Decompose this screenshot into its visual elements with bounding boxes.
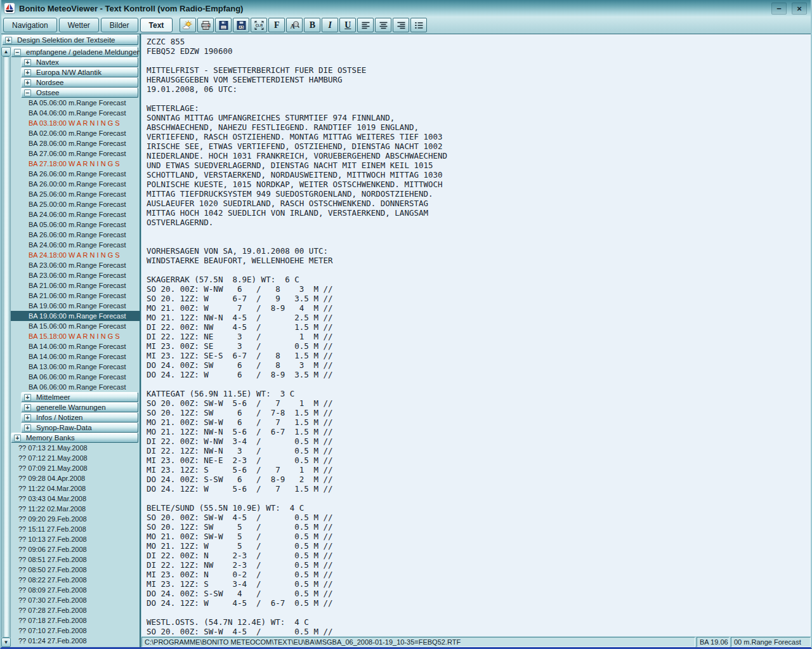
tree-item[interactable]: ?? 07:10 27.Feb.2008 [11,626,140,636]
tree-item[interactable]: BA 26.00:00 m.Range Forecast [11,179,140,189]
expander-icon[interactable]: − [24,89,31,96]
text-viewer[interactable]: ZCZC 855 FEBQ52 EDZW 190600 MITTELFRIST … [141,34,811,636]
tree-item[interactable]: ?? 09:28 04.Apr.2008 [11,473,140,483]
tree-group-synop-raw-data[interactable]: +Synop-Raw-Data [21,423,138,433]
tab-text[interactable]: Text [140,18,173,32]
tree-item[interactable]: ?? 15:11 27.Feb.2008 [11,524,140,534]
tree-item[interactable]: BA 27.18:00 W A R N I N G S [11,159,140,169]
bullet-list-button[interactable] [410,18,427,32]
tree-item[interactable]: BA 24.18:00 W A R N I N G S [11,250,140,260]
expander-icon[interactable]: + [24,69,31,76]
font-zoom-button[interactable]: A [286,18,303,32]
tree-item[interactable]: BA 19.06:00 m.Range Forecast [11,311,140,321]
tree-item[interactable]: BA 27.06:00 m.Range Forecast [11,148,140,159]
tree-item[interactable]: BA 05.06:00 m.Range Forecast [11,98,140,108]
print-button[interactable] [197,18,214,32]
expander-icon[interactable]: + [5,37,12,44]
tree-item[interactable]: ?? 01:24 27.Feb.2008 [11,636,140,646]
tree-group-navtex[interactable]: +Navtex [21,57,138,67]
clear-button[interactable]: CLR [251,18,267,32]
save-button[interactable] [215,18,232,32]
tree-item[interactable]: ?? 07:18 27.Feb.2008 [11,615,140,626]
tree-item[interactable]: ?? 11:22 04.Mar.2008 [11,483,140,494]
tree-item[interactable]: BA 26.06:00 m.Range Forecast [11,169,140,179]
tree-item[interactable]: BA 19.06:00 m.Range Forecast [11,301,140,311]
tree-item[interactable]: ?? 10:13 27.Feb.2008 [11,534,140,544]
expander-icon[interactable]: + [24,424,31,431]
underline-button[interactable]: U [339,18,356,32]
tree-item[interactable]: BA 23.06:00 m.Range Forecast [11,260,140,270]
tree-group-ostsee[interactable]: −Ostsee [21,88,138,98]
tree-item[interactable]: BA 21.06:00 m.Range Forecast [11,280,140,291]
italic-button[interactable]: I [322,18,338,32]
tree-item[interactable]: ?? 08:50 27.Feb.2008 [11,565,140,575]
save-as-button[interactable]: AS [233,18,249,32]
align-center-button[interactable] [375,18,391,32]
align-left-button[interactable] [357,18,374,32]
tree-item[interactable]: ?? 09:20 29.Feb.2008 [11,514,140,524]
tree-item[interactable]: ?? 07:28 27.Feb.2008 [11,605,140,615]
titlebar[interactable]: Bonito MeteoViewer - Text Kontroll (vom … [1,0,811,16]
tree-item[interactable]: BA 28.06:00 m.Range Forecast [11,138,140,148]
close-button[interactable]: × [792,3,807,15]
weather-report-button[interactable] [180,18,196,32]
tree-item[interactable]: BA 24.06:00 m.Range Forecast [11,209,140,220]
tree-item[interactable]: ?? 07:12 21.May.2008 [11,453,140,463]
scrollbar-thumb[interactable] [3,56,10,638]
minimize-button[interactable]: − [771,3,787,15]
tree-item[interactable]: BA 13.06:00 m.Range Forecast [11,362,140,372]
tree-item[interactable]: BA 03.18:00 W A R N I N G S [11,118,140,128]
tree-item[interactable]: ?? 11:22 02.Mar.2008 [11,504,140,514]
tree-group-empfangene-geladene-meldungen[interactable]: −empfangene / geladene Meldungen [11,47,138,57]
design-selection-header[interactable]: + Design Selektion der Textseite [2,35,138,45]
expander-icon[interactable]: + [24,394,31,401]
tree-item[interactable]: BA 26.06:00 m.Range Forecast [11,230,140,240]
tree-item[interactable]: BA 04.06:00 m.Range Forecast [11,108,140,118]
expander-icon[interactable]: + [24,414,31,421]
tree-item[interactable]: BA 05.06:00 m.Range Forecast [11,220,140,230]
tree-group-infos-notizen[interactable]: +Infos / Notizen [21,412,138,423]
tree-item[interactable]: BA 06.06:00 m.Range Forecast [11,372,140,382]
tree-item[interactable]: ?? 07:09 21.May.2008 [11,463,140,473]
tree-item[interactable]: ?? 09:06 27.Feb.2008 [11,544,140,554]
tree-item[interactable]: BA 21.06:00 m.Range Forecast [11,291,140,301]
tree-item[interactable]: BA 15.06:00 m.Range Forecast [11,321,140,331]
tree-item[interactable]: BA 23.06:00 m.Range Forecast [11,270,140,280]
tree-item[interactable]: BA 25.00:00 m.Range Forecast [11,199,140,209]
tree-item[interactable]: ?? 07:30 27.Feb.2008 [11,595,140,605]
tree-group-nordsee[interactable]: +Nordsee [21,77,138,88]
scrollbar-track[interactable] [1,56,11,638]
tree-item[interactable]: ?? 03:43 04.Mar.2008 [11,494,140,504]
tab-navigation[interactable]: Navigation [3,18,57,32]
align-right-button[interactable] [393,18,409,32]
scrollbar-down-button[interactable]: ▼ [1,638,11,647]
tree-group-mittelmeer[interactable]: +Mittelmeer [21,392,138,402]
tab-wetter[interactable]: Wetter [59,18,99,32]
status-file-path: C:\PROGRAMME\BONITO METEOCOM\TEXT\EU\BA\… [141,637,695,647]
sidebar-scrollbar[interactable]: ▲ ▼ [1,47,11,647]
tree-item[interactable]: BA 14.06:00 m.Range Forecast [11,351,140,362]
expander-icon[interactable]: + [24,79,31,86]
tab-bilder[interactable]: Bilder [101,18,138,32]
tree-group-memory-banks[interactable]: +Memory Banks [11,433,138,443]
tree-item[interactable]: ?? 08:22 27.Feb.2008 [11,575,140,585]
scrollbar-up-button[interactable]: ▲ [1,47,11,56]
tree-item[interactable]: BA 24.06:00 m.Range Forecast [11,240,140,250]
expander-icon[interactable]: + [14,435,21,442]
expander-icon[interactable]: − [14,49,21,56]
tree-item[interactable]: ?? 08:09 27.Feb.2008 [11,585,140,595]
expander-icon[interactable]: + [24,404,31,411]
bold-button[interactable]: B [304,18,320,32]
tree-item[interactable]: BA 15.18:00 W A R N I N G S [11,331,140,341]
tree-item[interactable]: BA 02.06:00 m.Range Forecast [11,128,140,138]
tree-item[interactable]: BA 06.06:00 m.Range Forecast [11,382,140,392]
tree-item[interactable]: ?? 07:13 21.May.2008 [11,443,140,453]
font-button[interactable]: F [268,18,285,32]
tree-item[interactable]: BA 14.06:00 m.Range Forecast [11,341,140,351]
tree-item[interactable]: BA 25.06:00 m.Range Forecast [11,189,140,199]
tree-item[interactable]: ?? 08:51 27.Feb.2008 [11,554,140,565]
tree-group-europa-n-w-atlantik[interactable]: +Europa N/W Atlantik [21,67,138,77]
status-message-type: 00 m.Range Forecast [731,637,811,647]
tree-group-generelle-warnungen[interactable]: +generelle Warnungen [21,402,138,412]
expander-icon[interactable]: + [24,59,31,66]
